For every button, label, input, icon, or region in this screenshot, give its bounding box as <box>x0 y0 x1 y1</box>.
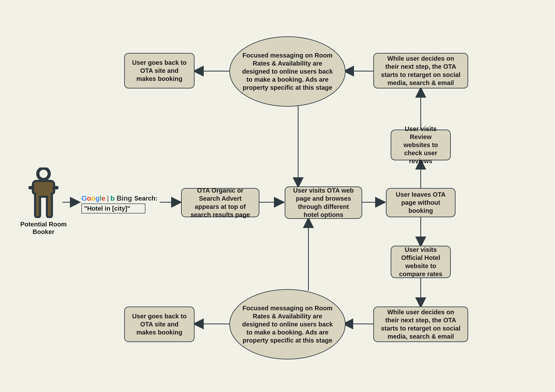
flowchart-canvas: Potential Room Booker Google | b Bing Se… <box>0 0 555 392</box>
node-text: User goes back to OTA site and makes boo… <box>131 59 188 83</box>
node-focused-msg-bot: Focused messaging on Room Rates & Availa… <box>229 289 346 359</box>
node-retarget-top: While user decides on their next step, t… <box>373 53 468 88</box>
node-text: Focused messaging on Room Rates & Availa… <box>241 304 334 345</box>
svg-point-14 <box>38 168 49 179</box>
node-user-books-top: User goes back to OTA site and makes boo… <box>124 53 195 88</box>
search-query-box: "Hotel in [city]" <box>81 204 145 214</box>
node-text: OTA Organic or Search Advert appears at … <box>187 186 253 219</box>
node-text: Focused messaging on Room Rates & Availa… <box>241 51 334 92</box>
node-focused-msg-top: Focused messaging on Room Rates & Availa… <box>229 36 346 107</box>
node-text: While user decides on their next step, t… <box>380 308 462 341</box>
node-user-reviews: User visits Review websites to check use… <box>391 129 451 160</box>
google-logo: Google <box>81 194 105 202</box>
node-text: User visits Review websites to check use… <box>397 125 445 165</box>
node-user-official: User visits Official Hotel website to co… <box>391 246 451 278</box>
search-engine-block: Google | b Bing Search: "Hotel in [city]… <box>81 194 158 214</box>
node-text: User leaves OTA page without booking <box>392 191 449 215</box>
node-retarget-bot: While user decides on their next step, t… <box>373 306 468 342</box>
node-text: User visits OTA web page and browses thr… <box>291 186 356 219</box>
bing-logo: b Bing <box>110 194 132 202</box>
person-icon <box>29 167 58 218</box>
node-text: User visits Official Hotel website to co… <box>397 246 445 278</box>
search-label: Search: <box>134 195 158 202</box>
node-text: User goes back to OTA site and makes boo… <box>131 312 188 336</box>
node-user-books-bot: User goes back to OTA site and makes boo… <box>124 306 195 342</box>
node-user-leaves: User leaves OTA page without booking <box>386 188 455 217</box>
node-user-visits-ota: User visits OTA web page and browses thr… <box>285 186 362 219</box>
actor-label: Potential Room Booker <box>20 221 67 235</box>
node-text: While user decides on their next step, t… <box>380 55 462 87</box>
node-ota-advert: OTA Organic or Search Advert appears at … <box>181 188 259 217</box>
